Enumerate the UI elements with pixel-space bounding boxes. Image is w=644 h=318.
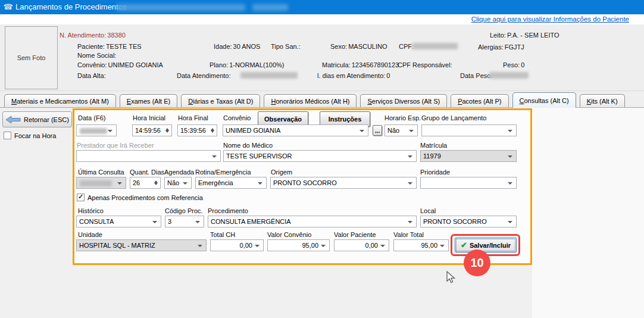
unidade-label: Unidade bbox=[78, 231, 102, 238]
ultima-consulta-label: Última Consulta bbox=[78, 169, 124, 176]
redacted-data-atendimento bbox=[240, 72, 298, 79]
leito-field: Leito:P.A. - SEM LEITO bbox=[490, 32, 559, 39]
atendimento-field: N. Atendimento:38380 bbox=[60, 32, 126, 39]
window-title: Lançamentos de Procedimentos bbox=[15, 2, 126, 11]
hora-inicial-spinner[interactable]: 14:59:56 bbox=[132, 124, 172, 136]
app-window: ☎ Lançamentos de Procedimentos Clique aq… bbox=[0, 0, 644, 318]
prioridade-dropdown[interactable] bbox=[420, 177, 517, 189]
convenio-label: Convênio bbox=[223, 114, 251, 121]
nome-medico-label: Nome do Médico bbox=[223, 142, 273, 149]
convenio-info-field: Convênio:UNIMED GOIANIA bbox=[77, 61, 163, 68]
checkbox-icon[interactable] bbox=[77, 194, 85, 201]
unidade-dropdown: HOSPITAL SQL - MATRIZ bbox=[76, 239, 207, 251]
data-peso-field: Data Peso: bbox=[460, 72, 492, 79]
ultima-consulta-dropdown bbox=[76, 177, 126, 189]
prestador-label: Prestador que Irá Receber bbox=[77, 142, 154, 149]
tab-materiais-medicamentos[interactable]: Materiais e Medicamentos (Alt M) bbox=[4, 94, 116, 107]
patient-panel: Sem Foto N. Atendimento:38380 Leito:P.A.… bbox=[0, 24, 644, 91]
retornar-button[interactable]: Retornar (ESC) bbox=[2, 111, 72, 127]
prioridade-label: Prioridade bbox=[420, 169, 450, 176]
redacted-title-text bbox=[252, 4, 288, 11]
local-label: Local bbox=[420, 207, 436, 214]
hora-final-spinner[interactable]: 15:39:56 bbox=[177, 124, 217, 136]
mouse-cursor bbox=[446, 271, 456, 284]
origem-label: Origem bbox=[271, 169, 292, 176]
matricula-label: Matrícula bbox=[420, 142, 447, 149]
horario-esp-dropdown[interactable]: Não bbox=[384, 124, 418, 136]
tab-kits[interactable]: Kits (Alt K) bbox=[580, 94, 625, 107]
focar-label: Focar na Hora bbox=[14, 132, 56, 139]
tab-pacotes[interactable]: Pacotes (Alt P) bbox=[451, 94, 508, 107]
background-area bbox=[532, 108, 644, 318]
sexo-field: Sexo:MASCULINO bbox=[330, 43, 387, 50]
codigo-proc-label: Código Proc. bbox=[165, 207, 203, 214]
historico-label: Histórico bbox=[78, 207, 104, 214]
apenas-referencia-label: Apenas Procedimentos com Referencia bbox=[87, 194, 203, 201]
matricula-dropdown: 11979 bbox=[420, 150, 517, 162]
focar-na-hora-checkbox[interactable]: Focar na Hora bbox=[4, 132, 56, 139]
link-row: Clique aqui para visualizar Informações … bbox=[0, 14, 644, 24]
convenio-dropdown[interactable]: UNIMED GOIANIA bbox=[223, 124, 368, 136]
photo-placeholder: Sem Foto bbox=[5, 26, 58, 89]
total-ch-label: Total CH bbox=[210, 231, 235, 238]
origem-dropdown[interactable]: PRONTO SOCORRO bbox=[270, 177, 417, 189]
tab-diarias-taxas[interactable]: Diárias e Taxas (Alt D) bbox=[181, 94, 260, 107]
rotina-emergencia-label: Rotina/Emergência bbox=[195, 169, 251, 176]
agendada-dropdown[interactable]: Não bbox=[164, 177, 192, 189]
spinner-buttons[interactable] bbox=[163, 126, 171, 135]
idade-field: Idade:30 ANOS bbox=[214, 43, 260, 50]
data-dropdown[interactable] bbox=[76, 124, 117, 136]
codigo-proc-dropdown[interactable]: 3 bbox=[165, 216, 204, 227]
local-dropdown[interactable]: PRONTO SOCORRO bbox=[420, 216, 517, 227]
cpf-responsavel-field: CPF Responsável: bbox=[398, 61, 452, 68]
apenas-referencia-checkbox[interactable]: Apenas Procedimentos com Referencia bbox=[77, 194, 203, 201]
hora-inicial-label: Hora Inicial bbox=[133, 114, 165, 121]
app-icon: ☎ bbox=[3, 2, 13, 12]
valor-paciente-field[interactable]: 0,00 bbox=[334, 239, 389, 251]
valor-total-field[interactable]: 95,00 bbox=[393, 239, 449, 251]
horario-esp-label: Horario Esp. bbox=[384, 114, 421, 121]
grupo-lancamento-dropdown[interactable] bbox=[421, 124, 517, 136]
redacted-date bbox=[80, 128, 107, 134]
total-ch-field[interactable]: 0,00 bbox=[210, 239, 264, 251]
valor-paciente-label: Valor Paciente bbox=[334, 231, 376, 238]
tipo-sanguineo-field: Tipo San.: bbox=[271, 43, 301, 50]
quant-dias-label: Quant. Dias bbox=[130, 169, 164, 176]
tab-servicos-diversos[interactable]: Serviços Diversos (Alt S) bbox=[360, 94, 447, 107]
nome-medico-dropdown[interactable]: TESTE SUPERVISOR bbox=[223, 150, 417, 162]
quant-dias-spinner[interactable]: 26 bbox=[130, 177, 161, 189]
data-atendimento-field: Data Atendimento: bbox=[177, 72, 231, 79]
historico-dropdown[interactable]: CONSULTA bbox=[76, 216, 161, 227]
procedimento-dropdown[interactable]: CONSULTA EMERGÊNCIA bbox=[208, 216, 417, 227]
patient-info-link[interactable]: Clique aqui para visualizar Informações … bbox=[471, 15, 629, 23]
redacted-data-peso bbox=[489, 72, 529, 79]
redacted-date bbox=[80, 180, 112, 186]
annotation-step-badge: 10 bbox=[464, 250, 490, 276]
tab-exames[interactable]: Exames (Alt E) bbox=[120, 94, 177, 107]
grupo-lancamento-label: Grupo de Lançamento bbox=[421, 114, 486, 121]
prestador-dropdown[interactable] bbox=[76, 150, 221, 162]
procedimento-label: Procedimento bbox=[208, 207, 248, 214]
rotina-emergencia-dropdown[interactable]: Emergência bbox=[195, 177, 267, 189]
spinner-buttons[interactable] bbox=[152, 178, 160, 188]
tab-consultas[interactable]: Consultas (Alt C) bbox=[512, 92, 576, 108]
plano-field: Plano:1-NORMAL(100%) bbox=[210, 61, 285, 68]
retornar-label: Retornar (ESC) bbox=[24, 116, 69, 123]
tab-honorarios-medicos[interactable]: Honorários Médicos (Alt H) bbox=[264, 94, 357, 107]
hora-final-label: Hora Final bbox=[178, 114, 208, 121]
matricula-info-field: Matricula:1234567890123 bbox=[322, 61, 399, 68]
valor-convenio-field[interactable]: 95,00 bbox=[267, 239, 330, 251]
redacted-title-text bbox=[117, 4, 245, 11]
nome-social-field: Nome Social: bbox=[77, 52, 116, 59]
data-label: Data (F6) bbox=[78, 114, 105, 121]
cpf-field: CPF: bbox=[399, 43, 414, 50]
valor-total-label: Valor Total bbox=[393, 231, 424, 238]
paciente-field: Paciente:TESTE TES bbox=[77, 43, 142, 50]
spinner-buttons[interactable] bbox=[208, 126, 216, 135]
dias-atendimento-field: l. dias em Atendimento:0 bbox=[317, 72, 390, 79]
peso-field: Peso:0 bbox=[503, 61, 524, 68]
checkbox-icon[interactable] bbox=[4, 132, 11, 139]
tab-bar: Materiais e Medicamentos (Alt M) Exames … bbox=[0, 91, 644, 108]
convenio-lookup-button[interactable]: ... bbox=[373, 125, 382, 136]
back-arrow-icon bbox=[5, 116, 21, 124]
